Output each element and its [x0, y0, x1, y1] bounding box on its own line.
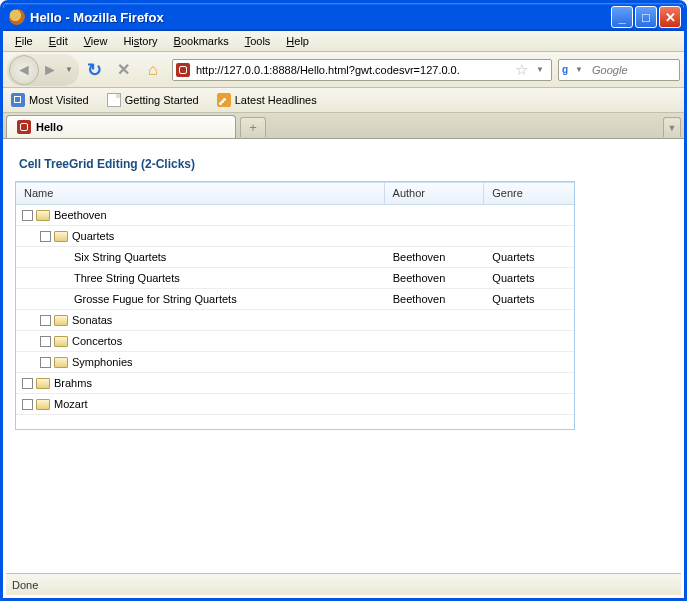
- row-author: Beethoven: [385, 251, 485, 263]
- row-name: Concertos: [72, 335, 122, 347]
- nav-history-dropdown[interactable]: ▼: [61, 65, 77, 74]
- row-name: Quartets: [72, 230, 114, 242]
- bookmark-label: Getting Started: [125, 94, 199, 106]
- site-icon: [176, 63, 190, 77]
- row-name: Grosse Fugue for String Quartets: [74, 293, 237, 305]
- tree-row[interactable]: Quartets: [16, 226, 574, 247]
- status-text: Done: [12, 579, 38, 591]
- page-heading: Cell TreeGrid Editing (2-Clicks): [19, 157, 672, 171]
- expand-icon[interactable]: [40, 357, 51, 368]
- bookmark-latest-headlines[interactable]: Latest Headlines: [213, 91, 321, 109]
- tree-row[interactable]: Mozart: [16, 394, 574, 415]
- column-header-genre[interactable]: Genre: [484, 183, 574, 204]
- window-title: Hello - Mozilla Firefox: [30, 10, 611, 25]
- menu-history[interactable]: History: [115, 33, 165, 49]
- column-header-name[interactable]: Name: [16, 183, 385, 204]
- new-tab-button[interactable]: +: [240, 117, 266, 137]
- menu-view[interactable]: View: [76, 33, 116, 49]
- bookmarks-toolbar: Most Visited Getting Started Latest Head…: [3, 88, 684, 113]
- close-button[interactable]: ✕: [659, 6, 681, 28]
- most-visited-icon: [11, 93, 25, 107]
- tree-row[interactable]: Beethoven: [16, 205, 574, 226]
- google-icon: g: [562, 63, 568, 77]
- row-genre: Quartets: [484, 293, 574, 305]
- menu-bookmarks[interactable]: Bookmarks: [166, 33, 237, 49]
- folder-icon: [36, 210, 50, 221]
- folder-icon: [36, 378, 50, 389]
- row-name: Six String Quartets: [74, 251, 166, 263]
- menu-bar: File Edit View History Bookmarks Tools H…: [3, 31, 684, 52]
- expand-icon[interactable]: [22, 399, 33, 410]
- minimize-button[interactable]: _: [611, 6, 633, 28]
- search-engine-dropdown[interactable]: ▼: [571, 65, 587, 74]
- tab-hello[interactable]: Hello: [6, 115, 236, 138]
- bookmark-getting-started[interactable]: Getting Started: [103, 91, 203, 109]
- reload-button[interactable]: ↻: [82, 57, 108, 83]
- row-genre: Quartets: [484, 251, 574, 263]
- tree-row[interactable]: Concertos: [16, 331, 574, 352]
- bookmark-most-visited[interactable]: Most Visited: [7, 91, 93, 109]
- folder-icon: [54, 336, 68, 347]
- tree-row[interactable]: Brahms: [16, 373, 574, 394]
- search-input[interactable]: [590, 63, 687, 77]
- navigation-toolbar: ◄ ► ▼ ↻ ✕ ⌂ ☆ ▼ g ▼ 🔍: [3, 52, 684, 88]
- tree-grid: Name Author Genre BeethovenQuartetsSix S…: [15, 181, 575, 430]
- forward-button[interactable]: ►: [39, 56, 61, 84]
- url-input[interactable]: [194, 63, 511, 77]
- tab-bar: Hello + ▼: [3, 113, 684, 139]
- row-name: Brahms: [54, 377, 92, 389]
- row-name: Symphonies: [72, 356, 133, 368]
- menu-help[interactable]: Help: [278, 33, 317, 49]
- tab-label: Hello: [36, 121, 63, 133]
- home-button[interactable]: ⌂: [140, 57, 166, 83]
- expand-icon[interactable]: [40, 315, 51, 326]
- folder-icon: [36, 399, 50, 410]
- status-bar: Done: [6, 573, 681, 595]
- tree-row[interactable]: Symphonies: [16, 352, 574, 373]
- row-name: Beethoven: [54, 209, 107, 221]
- row-name: Sonatas: [72, 314, 112, 326]
- url-bar[interactable]: ☆ ▼: [172, 59, 552, 81]
- grid-body: BeethovenQuartetsSix String QuartetsBeet…: [16, 205, 574, 429]
- stop-button[interactable]: ✕: [111, 57, 137, 83]
- search-box[interactable]: g ▼ 🔍: [558, 59, 680, 81]
- tree-row[interactable]: Six String QuartetsBeethovenQuartets: [16, 247, 574, 268]
- row-author: Beethoven: [385, 272, 485, 284]
- expand-icon[interactable]: [40, 336, 51, 347]
- menu-tools[interactable]: Tools: [237, 33, 279, 49]
- bookmark-star-icon[interactable]: ☆: [515, 61, 528, 79]
- bookmark-label: Most Visited: [29, 94, 89, 106]
- expand-icon[interactable]: [22, 210, 33, 221]
- expand-icon[interactable]: [40, 231, 51, 242]
- column-header-author[interactable]: Author: [385, 183, 485, 204]
- row-genre: Quartets: [484, 272, 574, 284]
- firefox-icon: [9, 9, 25, 25]
- bookmark-label: Latest Headlines: [235, 94, 317, 106]
- row-name: Three String Quartets: [74, 272, 180, 284]
- maximize-button[interactable]: □: [635, 6, 657, 28]
- row-name: Mozart: [54, 398, 88, 410]
- back-button[interactable]: ◄: [9, 55, 39, 85]
- row-author: Beethoven: [385, 293, 485, 305]
- tab-icon: [17, 120, 31, 134]
- folder-icon: [54, 357, 68, 368]
- expand-icon[interactable]: [22, 378, 33, 389]
- tab-overflow-button[interactable]: ▼: [663, 117, 681, 137]
- tree-row[interactable]: Sonatas: [16, 310, 574, 331]
- grid-header: Name Author Genre: [16, 183, 574, 205]
- url-dropdown[interactable]: ▼: [532, 65, 548, 74]
- tree-row[interactable]: Grosse Fugue for String QuartetsBeethove…: [16, 289, 574, 310]
- folder-icon: [54, 231, 68, 242]
- tree-row[interactable]: Three String QuartetsBeethovenQuartets: [16, 268, 574, 289]
- feed-icon: [217, 93, 231, 107]
- menu-file[interactable]: File: [7, 33, 41, 49]
- window-titlebar: Hello - Mozilla Firefox _ □ ✕: [3, 3, 684, 31]
- folder-icon: [54, 315, 68, 326]
- menu-edit[interactable]: Edit: [41, 33, 76, 49]
- page-icon: [107, 93, 121, 107]
- page-content: Cell TreeGrid Editing (2-Clicks) Name Au…: [3, 139, 684, 442]
